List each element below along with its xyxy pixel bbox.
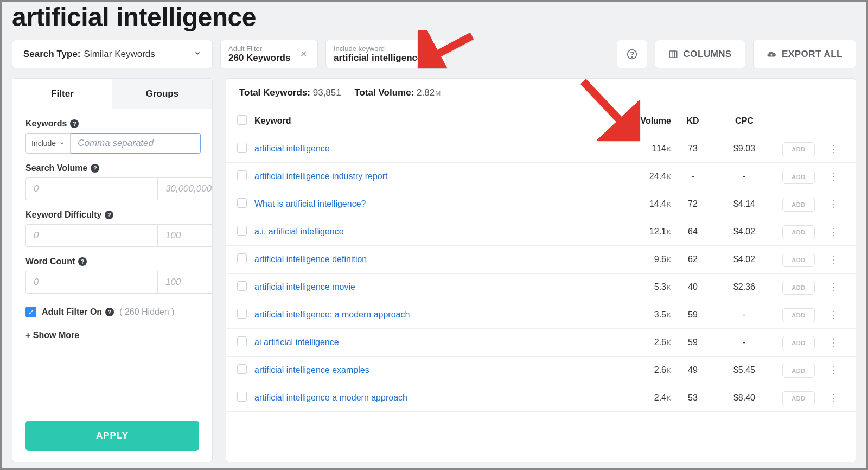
adult-hidden-count: ( 260 Hidden ) [119, 307, 174, 317]
row-menu-icon[interactable]: ⋮ [829, 392, 839, 403]
row-menu-icon[interactable]: ⋮ [829, 337, 839, 348]
column-volume[interactable]: Volume [606, 116, 671, 126]
add-button[interactable]: ADD [782, 198, 814, 212]
cell-cpc: $8.40 [714, 393, 774, 403]
close-icon[interactable]: ✕ [300, 49, 307, 59]
row-menu-icon[interactable]: ⋮ [829, 171, 839, 182]
apply-button[interactable]: APPLY [25, 421, 199, 451]
column-cpc[interactable]: CPC [714, 116, 774, 126]
add-button[interactable]: ADD [782, 142, 814, 156]
row-checkbox[interactable] [237, 309, 247, 319]
add-button[interactable]: ADD [782, 308, 814, 322]
cell-volume: 12.1K [606, 227, 671, 237]
help-icon[interactable]: ? [105, 308, 114, 316]
cell-volume: 2.4K [606, 393, 671, 403]
row-checkbox[interactable] [237, 281, 247, 291]
cell-kd: 73 [671, 144, 714, 154]
cell-kd: 49 [671, 365, 714, 375]
help-button[interactable] [617, 40, 647, 68]
search-volume-min-input[interactable] [25, 177, 157, 200]
close-icon[interactable]: ✕ [432, 49, 439, 59]
table-header: Keyword Volume KD CPC [226, 107, 856, 135]
cell-kd: 64 [671, 227, 714, 237]
row-checkbox[interactable] [237, 143, 247, 153]
filter-sidebar: Filter Groups Keywords? Include Search V… [12, 78, 213, 462]
keyword-link[interactable]: artificial intelligence movie [254, 282, 355, 291]
table-row: artificial intelligence industry report2… [226, 163, 856, 190]
column-keyword[interactable]: Keyword [254, 116, 606, 126]
tab-filter[interactable]: Filter [12, 79, 112, 109]
cell-kd: 59 [671, 310, 714, 320]
cell-cpc: $4.02 [714, 255, 774, 264]
keyword-link[interactable]: ai artificial intelligence [254, 338, 339, 347]
help-icon[interactable]: ? [78, 257, 87, 266]
adult-filter-checkbox[interactable]: ✓ [25, 307, 36, 317]
add-button[interactable]: ADD [782, 281, 814, 295]
row-checkbox[interactable] [237, 226, 247, 236]
table-row: artificial intelligence: a modern approa… [226, 301, 856, 329]
keyword-link[interactable]: artificial intelligence: a modern approa… [254, 310, 410, 319]
filter-chip-adult[interactable]: Adult Filter 260 Keywords ✕ [220, 40, 318, 68]
word-count-max-input[interactable] [157, 271, 212, 294]
cell-kd: - [671, 172, 714, 181]
keywords-input[interactable] [71, 133, 201, 154]
row-checkbox[interactable] [237, 198, 247, 208]
help-icon[interactable]: ? [70, 119, 79, 128]
cell-kd: 40 [671, 282, 714, 292]
cell-cpc: - [714, 338, 774, 347]
row-menu-icon[interactable]: ⋮ [829, 143, 839, 154]
adult-filter-label: Adult Filter On? [42, 307, 114, 317]
keyword-link[interactable]: artificial intelligence industry report [254, 172, 387, 181]
row-checkbox[interactable] [237, 336, 247, 346]
keyword-link[interactable]: a.i. artificial intelligence [254, 227, 344, 236]
row-checkbox[interactable] [237, 364, 247, 374]
keyword-link[interactable]: artificial intelligence definition [254, 255, 367, 264]
add-button[interactable]: ADD [782, 391, 814, 405]
add-button[interactable]: ADD [782, 253, 814, 267]
results-summary: Total Keywords: 93,851 Total Volume: 2.8… [226, 79, 856, 107]
select-all-checkbox[interactable] [237, 115, 247, 125]
kd-max-input[interactable] [157, 224, 212, 247]
row-menu-icon[interactable]: ⋮ [829, 254, 839, 265]
keyword-link[interactable]: artificial intelligence examples [254, 365, 369, 374]
filter-chip-include-keyword[interactable]: Include keyword artificial intelligence … [326, 40, 447, 68]
row-checkbox[interactable] [237, 253, 247, 263]
svg-point-1 [631, 56, 632, 56]
export-all-label: EXPORT ALL [782, 49, 843, 60]
kd-min-input[interactable] [25, 224, 157, 247]
row-menu-icon[interactable]: ⋮ [829, 282, 839, 293]
show-more-button[interactable]: + Show More [25, 331, 199, 340]
cell-kd: 62 [671, 255, 714, 264]
keywords-field-label: Keywords? [25, 119, 199, 129]
columns-button[interactable]: COLUMNS [655, 40, 745, 68]
row-checkbox[interactable] [237, 392, 247, 402]
add-button[interactable]: ADD [782, 364, 814, 378]
top-toolbar: Search Type: Similar Keywords Adult Filt… [2, 34, 866, 72]
search-volume-max-input[interactable] [157, 177, 212, 200]
include-exclude-select[interactable]: Include [25, 133, 71, 154]
table-row: artificial intelligence a modern approac… [226, 384, 856, 412]
add-button[interactable]: ADD [782, 336, 814, 350]
add-button[interactable]: ADD [782, 225, 814, 239]
row-menu-icon[interactable]: ⋮ [829, 226, 839, 237]
cell-volume: 114K [606, 144, 671, 154]
cell-cpc: $5.45 [714, 365, 774, 375]
row-menu-icon[interactable]: ⋮ [829, 199, 839, 209]
keyword-link[interactable]: What is artificial intelligence? [254, 199, 366, 208]
row-checkbox[interactable] [237, 170, 247, 180]
export-all-button[interactable]: EXPORT ALL [753, 40, 856, 68]
row-menu-icon[interactable]: ⋮ [829, 365, 839, 376]
search-type-label: Search Type: [23, 49, 81, 60]
help-icon[interactable]: ? [91, 164, 99, 173]
help-icon[interactable]: ? [105, 211, 113, 219]
tab-groups[interactable]: Groups [112, 79, 212, 109]
column-kd[interactable]: KD [671, 116, 714, 126]
row-menu-icon[interactable]: ⋮ [829, 309, 839, 320]
keyword-link[interactable]: artificial intelligence [254, 144, 330, 153]
keyword-link[interactable]: artificial intelligence a modern approac… [254, 393, 407, 402]
chevron-down-icon [194, 49, 201, 59]
cell-cpc: $2.36 [714, 282, 774, 292]
word-count-min-input[interactable] [25, 271, 157, 294]
add-button[interactable]: ADD [782, 170, 814, 184]
search-type-dropdown[interactable]: Search Type: Similar Keywords [12, 40, 213, 68]
